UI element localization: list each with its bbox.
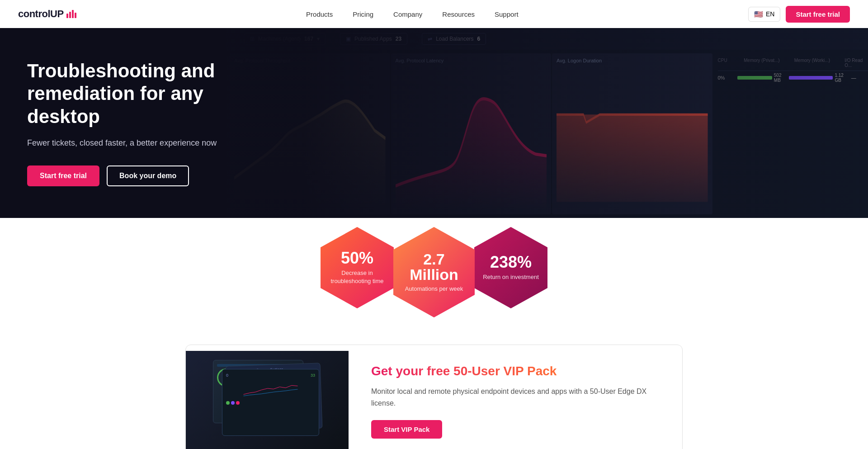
nav-company[interactable]: Company: [385, 7, 430, 22]
hero-subtitle: Fewer tickets, closed faster, a better e…: [27, 137, 226, 149]
navbar-start-trial-button[interactable]: Start free trial: [786, 6, 850, 23]
legend-dot-1: [226, 401, 230, 405]
navbar: controlUP Products Pricing Company Resou…: [0, 0, 868, 28]
legend-dot-2: [231, 401, 235, 405]
navbar-right: 🇺🇸 EN Start free trial: [748, 6, 850, 23]
mock-num-label: 0: [226, 373, 228, 378]
stat-1-number: 50%: [341, 250, 373, 266]
vip-start-button[interactable]: Start VIP Pack: [371, 420, 442, 439]
stat-badge-1: 50% Decrease in troubleshooting time: [316, 227, 398, 308]
stat-badge-2: 2.7 Million Automations per week: [389, 227, 479, 317]
logo-bars-icon: [66, 10, 76, 18]
nav-products[interactable]: Products: [298, 7, 341, 22]
lang-label: EN: [766, 10, 774, 18]
nav-pricing[interactable]: Pricing: [344, 7, 382, 22]
product-screenshots: Actions • Assist • Power • Settings 0 33: [204, 360, 330, 441]
vip-card: Actions • Assist • Power • Settings 0 33: [185, 345, 683, 449]
language-selector[interactable]: 🇺🇸 EN: [748, 7, 780, 22]
vip-content: Get your free 50-User VIP Pack Monitor l…: [349, 345, 682, 449]
nav-support[interactable]: Support: [486, 7, 527, 22]
stat-badge-3: 238% Return on investment: [470, 227, 552, 308]
stat-2-million: Million: [410, 267, 458, 282]
hero-section: ⊞ Machines (Agent) 167 ▾ ▣ Published App…: [0, 28, 868, 336]
flag-icon: 🇺🇸: [754, 10, 763, 19]
stat-1-label: Decrease in troubleshooting time: [316, 269, 398, 285]
front-line: [244, 386, 298, 395]
hero-buttons: Start free trial Book your demo: [27, 165, 226, 186]
front-chart-svg: [226, 379, 315, 397]
bar3: [72, 10, 74, 18]
vip-description: Monitor local and remote physical endpoi…: [371, 386, 660, 409]
hero-background: ⊞ Machines (Agent) 167 ▾ ▣ Published App…: [0, 28, 868, 218]
vip-image-area: Actions • Assist • Power • Settings 0 33: [186, 351, 349, 449]
vip-title: Get your free 50-User VIP Pack: [371, 363, 660, 379]
hero-title: Troubleshooting and remediation for any …: [27, 60, 226, 128]
mock-top-row: 0 33: [226, 373, 315, 378]
logo-control: control: [18, 8, 50, 19]
logo-text: controlUP: [18, 8, 64, 20]
bar4: [75, 13, 76, 18]
nav-resources[interactable]: Resources: [434, 7, 483, 22]
mock-legend: [226, 401, 315, 405]
logo[interactable]: controlUP: [18, 8, 76, 20]
vip-section: Actions • Assist • Power • Settings 0 33: [0, 336, 868, 449]
nav-links: Products Pricing Company Resources Suppo…: [298, 7, 527, 22]
hero-book-demo-button[interactable]: Book your demo: [107, 165, 189, 186]
bar2: [69, 12, 71, 18]
legend-dot-3: [236, 401, 240, 405]
stat-2-number: 2.7: [423, 251, 444, 267]
stat-3-number: 238%: [490, 254, 532, 270]
hero-start-trial-button[interactable]: Start free trial: [27, 165, 99, 186]
vip-title-text: Get your free 50-User VIP Pack: [371, 364, 557, 378]
hero-content: Troubleshooting and remediation for any …: [0, 33, 253, 213]
mock-num-val: 33: [311, 373, 315, 378]
stats-section: 50% Decrease in troubleshooting time 2.7…: [0, 218, 868, 336]
screenshot-front: 0 33: [222, 369, 319, 436]
logo-up: UP: [50, 8, 64, 19]
bar1: [66, 14, 68, 18]
stat-2-label: Automations per week: [398, 285, 471, 293]
stat-3-label: Return on investment: [476, 273, 546, 281]
